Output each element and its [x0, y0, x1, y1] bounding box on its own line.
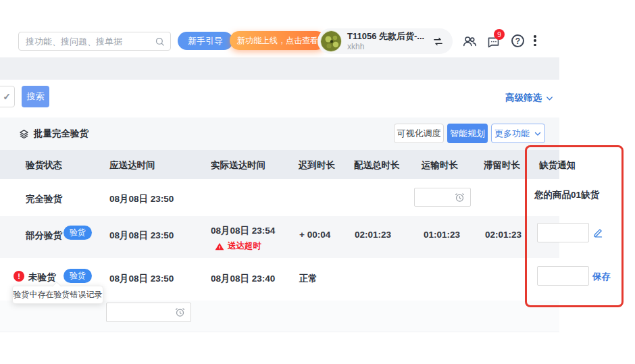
chevron-down-icon — [545, 94, 554, 103]
column-header-dwell: 滞留时长 — [484, 159, 520, 172]
advanced-filter-label: 高级筛选 — [505, 92, 542, 104]
app-window: 新手引导 新功能上线，点击查看 T11056 先款后货-... xkhh 9 ?… — [0, 0, 635, 364]
layers-icon — [19, 129, 29, 139]
row2-status: 部分验货 — [26, 230, 62, 242]
clock-icon[interactable] — [175, 307, 185, 317]
global-search-box[interactable] — [18, 32, 171, 51]
row2-expected-time: 08月08日 23:50 — [109, 230, 174, 242]
more-menu-icon[interactable] — [532, 34, 538, 47]
stockout-message: 您的商品01缺货 — [534, 189, 599, 201]
batch-full-inspection-button[interactable]: 批量完全验货 — [19, 128, 88, 140]
help-icon[interactable]: ? — [511, 34, 524, 47]
column-header-stockout: 缺货通知 — [539, 159, 576, 172]
global-search-input[interactable] — [26, 36, 155, 47]
column-header-transport: 运输时长 — [422, 159, 458, 172]
row3-status: 未验货 — [28, 271, 56, 284]
account-subname: xkhh — [347, 42, 424, 51]
column-header-status: 验货状态 — [26, 159, 62, 172]
row3-expected-time: 08月08日 23:50 — [109, 273, 174, 285]
row4-time-picker-input[interactable] — [106, 303, 191, 322]
chevron-down-icon — [534, 130, 542, 138]
error-icon: ! — [14, 271, 24, 282]
account-name: T11056 先款后货-... — [347, 31, 424, 42]
row3-late-status: 正常 — [299, 273, 318, 285]
filter-checkbox[interactable]: ✓ — [0, 86, 15, 107]
search-icon — [155, 36, 165, 47]
batch-action-label: 批量完全验货 — [34, 128, 88, 140]
stockout-save-input[interactable] — [537, 266, 589, 286]
inspection-error-tooltip: 验货中存在验货错误记录 — [12, 286, 103, 304]
user-account-chip[interactable]: T11056 先款后货-... xkhh — [318, 28, 453, 54]
search-button[interactable]: 搜索 — [22, 86, 49, 107]
table-header-row — [0, 150, 559, 179]
row2-total-duration: 02:01:23 — [355, 230, 391, 240]
column-header-expected: 应送达时间 — [109, 159, 155, 172]
row2-dwell-duration: 02:01:23 — [485, 230, 522, 240]
row2-actual-time: 08月08日 23:54 — [211, 225, 275, 237]
spacer-band — [0, 57, 559, 80]
message-count-badge: 9 — [494, 29, 505, 40]
row1-time-picker-input[interactable] — [414, 188, 471, 207]
edit-pencil-icon[interactable] — [592, 227, 604, 238]
smart-planning-button[interactable]: 智能规划 — [447, 124, 488, 143]
row2-overtime-warning: 送达超时 — [215, 240, 261, 252]
advanced-filter-link[interactable]: 高级筛选 — [505, 92, 554, 104]
row3-actual-time: 08月08日 23:40 — [211, 273, 275, 285]
newbie-guide-button[interactable]: 新手引导 — [178, 32, 233, 50]
row2-inspect-button[interactable]: 验货 — [63, 226, 92, 240]
row2-late-duration: + 00:04 — [299, 230, 330, 240]
row1-status: 完全验货 — [26, 193, 62, 205]
row1-expected-time: 08月08日 23:50 — [109, 193, 174, 205]
column-header-late: 迟到时长 — [299, 159, 335, 172]
avatar — [320, 30, 342, 52]
row2-warning-label: 送达超时 — [228, 240, 261, 252]
stockout-notice-input[interactable] — [537, 223, 589, 242]
warning-triangle-icon — [215, 242, 224, 251]
contacts-icon[interactable] — [462, 34, 477, 49]
column-header-actual: 实际送达时间 — [211, 159, 265, 172]
clock-icon[interactable] — [455, 192, 465, 203]
table-row — [0, 179, 559, 216]
new-feature-promo-button[interactable]: 新功能上线，点击查看 — [230, 31, 326, 50]
save-link[interactable]: 保存 — [592, 271, 611, 283]
more-functions-button[interactable]: 更多功能 — [491, 124, 545, 143]
table-row — [0, 301, 559, 332]
column-header-total: 配送总时长 — [354, 159, 400, 172]
row3-inspect-button[interactable]: 验货 — [63, 269, 92, 283]
more-functions-label: 更多功能 — [494, 128, 530, 140]
row2-transport-duration: 01:01:23 — [424, 230, 460, 240]
visual-dispatch-button[interactable]: 可视化调度 — [394, 124, 444, 143]
switch-account-icon[interactable] — [432, 36, 444, 47]
